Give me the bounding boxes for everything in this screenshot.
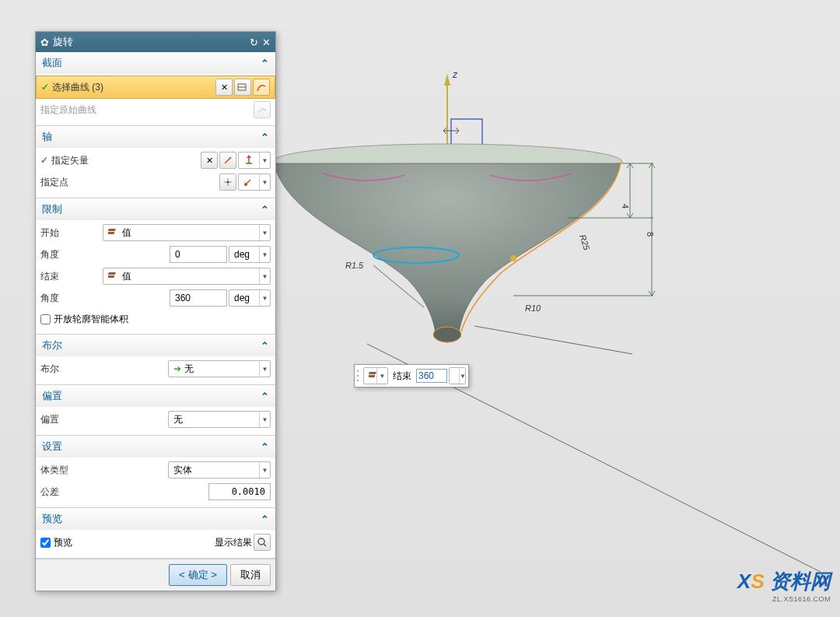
svg-rect-19 [369, 375, 375, 377]
show-result-label: 显示结果 [215, 536, 252, 549]
collapse-icon: ⌃ [261, 204, 269, 216]
vector-label: 指定矢量 [40, 154, 103, 167]
offset-label: 偏置 [40, 413, 103, 426]
inline-end-value[interactable] [416, 369, 447, 383]
boolean-label: 布尔 [40, 363, 103, 376]
chevron-down-icon: ▼ [259, 268, 270, 284]
inline-type-dropdown[interactable]: ▼ [363, 367, 388, 384]
cancel-button[interactable]: 取消 [230, 564, 271, 586]
dim-r25: R25 [578, 233, 592, 252]
tolerance-input[interactable] [208, 483, 271, 500]
section-header-section[interactable]: 截面 ⌃ [36, 52, 275, 74]
dialog-header[interactable]: ✿ 旋转 ↻ ✕ [36, 32, 275, 52]
show-result-button[interactable] [254, 534, 271, 551]
end-label: 结束 [40, 270, 103, 283]
chevron-down-icon: ▼ [259, 361, 270, 377]
boolean-dropdown[interactable]: ➜无 ▼ [168, 360, 271, 377]
end-angle-input[interactable] [170, 289, 227, 307]
point-icon [239, 176, 259, 189]
chevron-down-icon: ▼ [259, 412, 270, 427]
collapse-icon: ⌃ [261, 58, 269, 69]
inline-unit-dropdown[interactable]: ▼ [449, 367, 466, 384]
section-header-limits[interactable]: 限制 ⌃ [36, 198, 275, 220]
end-type-dropdown[interactable]: 值 ▼ [103, 268, 271, 285]
intersect-icon[interactable]: ✕ [215, 79, 233, 96]
svg-marker-4 [444, 74, 450, 86]
tolerance-label: 公差 [40, 486, 103, 499]
body-type-dropdown[interactable]: 实体 ▼ [168, 461, 271, 479]
curve-rule-icon[interactable] [253, 79, 270, 96]
dim-8: 8 [646, 232, 655, 237]
svg-rect-32 [108, 232, 114, 234]
collapse-icon: ⌃ [261, 340, 269, 352]
dim-4: 4 [621, 204, 630, 209]
inline-end-label: 结束 [390, 370, 415, 383]
svg-marker-25 [247, 155, 251, 158]
vector-intersect-icon[interactable]: ✕ [201, 152, 218, 169]
section-header-offset[interactable]: 偏置 ⌃ [36, 385, 275, 407]
collapse-icon: ⌃ [261, 514, 269, 525]
svg-rect-31 [108, 229, 116, 231]
gear-icon[interactable]: ✿ [40, 37, 49, 48]
section-header-settings[interactable]: 设置 ⌃ [36, 436, 275, 457]
svg-rect-33 [108, 272, 116, 275]
svg-line-36 [264, 544, 266, 546]
close-icon[interactable]: ✕ [262, 37, 271, 48]
origin-curve-icon [254, 101, 271, 118]
collapse-icon: ⌃ [261, 441, 269, 453]
start-angle-input[interactable] [170, 246, 227, 263]
revolve-dialog: ✿ 旋转 ↻ ✕ 截面 ⌃ 选择曲线 (3) ✕ 指定原始曲线 [35, 31, 276, 591]
start-type-dropdown[interactable]: 值 ▼ [103, 224, 271, 241]
collapse-icon: ⌃ [261, 391, 269, 402]
svg-line-1 [474, 326, 632, 354]
svg-point-29 [227, 181, 229, 184]
chevron-down-icon: ▼ [376, 368, 387, 384]
axis-vector-icon [239, 154, 259, 167]
point-label: 指定点 [40, 176, 103, 189]
reset-icon[interactable]: ↻ [250, 37, 258, 48]
chevron-down-icon: ▼ [259, 290, 270, 306]
vector-direction-dropdown[interactable]: ▼ [238, 152, 271, 169]
select-curve-label: 选择曲线 (3) [41, 81, 103, 94]
inline-angle-editor[interactable]: ▼ 结束 ▼ [354, 364, 469, 387]
grip-dots[interactable] [357, 369, 362, 383]
svg-point-35 [258, 538, 264, 545]
chevron-down-icon: ▼ [259, 462, 270, 478]
svg-rect-18 [369, 372, 376, 374]
chevron-down-icon: ▼ [459, 368, 466, 384]
open-profile-input[interactable] [40, 314, 51, 324]
start-label: 开始 [40, 226, 103, 240]
preview-checkbox[interactable]: 预览 [40, 536, 72, 549]
collapse-icon: ⌃ [261, 131, 269, 143]
end-angle-unit-dropdown[interactable]: deg ▼ [229, 289, 271, 307]
svg-point-12 [510, 255, 516, 261]
sketch-icon[interactable] [234, 79, 251, 96]
dialog-title: 旋转 [53, 35, 73, 49]
end-angle-label: 角度 [40, 292, 103, 305]
body-type-label: 体类型 [40, 464, 103, 477]
section-header-preview[interactable]: 预览 ⌃ [36, 508, 275, 530]
offset-dropdown[interactable]: 无 ▼ [168, 411, 271, 428]
preview-input[interactable] [40, 538, 51, 548]
axis-z-label: z [452, 69, 458, 80]
watermark-logo: XS 资料网 ZL.XS1616.COM [737, 568, 831, 603]
ok-button[interactable]: < 确定 > [169, 564, 227, 586]
origin-curve-label: 指定原始曲线 [40, 103, 103, 117]
dim-r15: R1.5 [345, 261, 364, 270]
start-angle-unit-dropdown[interactable]: deg ▼ [229, 246, 271, 263]
start-angle-label: 角度 [40, 248, 103, 261]
section-header-axis[interactable]: 轴 ⌃ [36, 126, 275, 148]
point-xyz-icon[interactable] [219, 174, 236, 191]
point-constructor-dropdown[interactable]: ▼ [238, 174, 271, 191]
chevron-down-icon: ▼ [259, 152, 270, 168]
dim-r10: R10 [525, 303, 541, 313]
open-profile-checkbox[interactable]: 开放轮廓智能体积 [40, 313, 128, 326]
chevron-down-icon: ▼ [259, 225, 270, 240]
svg-point-10 [433, 327, 461, 342]
chevron-down-icon: ▼ [259, 247, 270, 262]
chevron-down-icon: ▼ [259, 174, 270, 190]
svg-rect-34 [108, 275, 114, 278]
vector-constructor-icon[interactable] [219, 152, 236, 169]
section-header-boolean[interactable]: 布尔 ⌃ [36, 335, 275, 356]
layers-icon [364, 370, 376, 383]
